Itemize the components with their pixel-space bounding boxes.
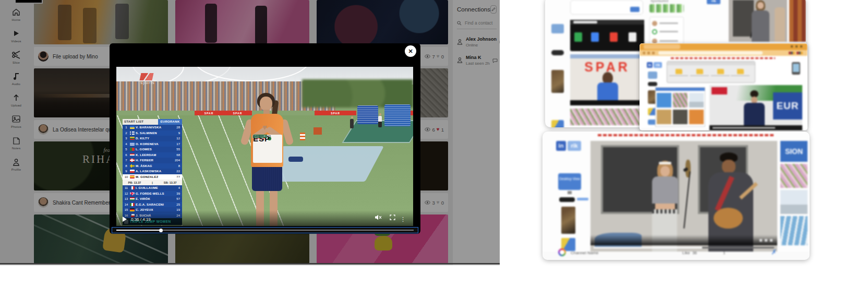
broadcaster-logo: sports (140, 73, 155, 85)
start-list-row: 10 M. GONZALEZ 77 (123, 174, 182, 180)
play-button[interactable] (123, 217, 127, 222)
official-figure (378, 116, 382, 127)
progress-scrubber[interactable] (159, 229, 163, 232)
doorway-photo-strip (789, 0, 806, 42)
flag-icon (130, 142, 135, 146)
flag-icon (130, 153, 135, 157)
rik-logo: rik (654, 62, 662, 68)
flowers-thumb (570, 109, 644, 125)
url-bar (658, 51, 763, 55)
start-list-row: 6 K. LEERDAM 68 (123, 152, 182, 158)
channel-name: Channel Name (571, 251, 598, 255)
microphone (683, 171, 690, 229)
browser-toolbar (640, 50, 807, 56)
flag-icon (130, 137, 135, 140)
street-singer-photo (729, 0, 787, 42)
start-list-row: 5 L. GOMES 55 (123, 147, 182, 152)
toolbar-icons (789, 52, 804, 54)
flowers-thumb (780, 164, 807, 188)
nav-buttons (643, 52, 655, 54)
winter-thumb (780, 190, 807, 214)
video-progress-bar[interactable] (112, 227, 418, 233)
trees (302, 79, 413, 108)
flag-icon (130, 175, 135, 178)
fullscreen-icon[interactable] (390, 213, 395, 222)
eur-lettering: EUR (773, 92, 802, 120)
like-control: Like 36 (682, 251, 697, 255)
eurorank-header: EURORANK (158, 119, 182, 125)
start-list-header: START LIST (123, 119, 158, 125)
flag-icon (130, 159, 135, 162)
guitar (714, 208, 743, 229)
flag-icon (130, 203, 135, 206)
start-list-row: 8 M. ÅSKAG 8 (123, 163, 182, 169)
pb-sb-row: PB: 13.37 | SB: 13.37 (123, 180, 182, 185)
start-list-row: 9 A. LASKOWSKA 22 (123, 169, 182, 174)
sea-thumb (780, 216, 807, 245)
start-list-row: 7 H. FERBER 204 (123, 158, 182, 163)
sion-thumb: SION (780, 141, 807, 162)
video-progress-fill (116, 230, 161, 231)
start-list-row: 12 G. FORDE-WELLS 39 (123, 191, 182, 197)
start-list-row: 11 I. GUILLAUME 4 (123, 185, 182, 191)
flag-icon (130, 132, 135, 135)
video-controls-bar: 0:36 / 4:19 ⋮ (116, 210, 413, 226)
official-figure (350, 119, 354, 128)
progress-bar (594, 247, 774, 248)
heart-hands: ♥ (262, 123, 267, 131)
flag-icon (130, 148, 135, 151)
start-list-row: 4 O. KORENEVA 17 (123, 141, 182, 147)
view-count: 1 (723, 251, 725, 255)
flag-icon (130, 164, 135, 168)
video-meta-bar: Channel Name Like 36 1 ✗ (542, 252, 810, 260)
file-manager-window (667, 61, 755, 83)
photo-grid-panel (655, 87, 705, 127)
video-player-modal: ✕ SPARSPAR SPAR SPAR (110, 43, 420, 234)
channel-avatar (558, 248, 566, 256)
camera-label (577, 198, 588, 200)
flag-icon (130, 126, 135, 129)
start-list-rows-top: 1 V. BARANIVSKA 28 2 S. SALMINEN 9 (123, 125, 182, 180)
window-buttons (791, 45, 804, 47)
spar-ad-board: SPAR (315, 111, 356, 115)
browser-title-bar (640, 43, 807, 50)
start-list-overlay: START LIST EURORANK 1 V. BARANIVSKA 28 (123, 119, 182, 225)
progress-track (116, 230, 414, 231)
street-music-video (590, 141, 777, 252)
annotation-text-line (671, 57, 775, 59)
athlete-figure: ♥ SPAR ESP I RUN CLEAN MADRID 2025 (236, 93, 299, 226)
video-frame[interactable]: SPARSPAR SPAR SPAR sports (116, 67, 413, 226)
start-list-row: 14 E.G.A. SARACENI 25 (123, 202, 182, 208)
eur-video-panel: EUR (709, 85, 802, 130)
flag-icon (130, 197, 135, 200)
file-window (570, 20, 644, 51)
rik-logo-tag: rik (707, 0, 720, 4)
rik-logo: rik (568, 141, 581, 151)
compose-box (570, 0, 643, 15)
marker-cone (300, 133, 305, 140)
close-button[interactable]: ✕ (405, 45, 416, 57)
mini-photo-thumb (551, 120, 564, 127)
flag-icon (130, 170, 135, 173)
browser-window-screenshot: in rik (640, 43, 807, 130)
mini-portrait-thumb (551, 70, 564, 93)
camera-toggle (559, 197, 575, 202)
video-controls (590, 235, 777, 245)
start-list-row: 1 V. BARANIVSKA 28 (123, 125, 182, 130)
flag-icon (130, 186, 135, 189)
media-app-window: Home Videos Slice Audio Upload Photos (0, 0, 500, 265)
start-list-row: 2 S. SALMINEN 9 (123, 130, 182, 136)
spar-video-thumb: SPAR (570, 54, 644, 105)
scribble: ✗ (770, 248, 777, 256)
annotation-text-line (598, 134, 775, 136)
start-list-row: 13 E. VIRÓK 57 (123, 196, 182, 202)
athlete-bib: SPAR ESP I RUN CLEAN MADRID 2025 (253, 135, 282, 163)
scoreboard (357, 105, 378, 124)
equipment-box (314, 127, 322, 135)
browser-tab (644, 44, 680, 49)
mini-camera-icon (648, 82, 657, 86)
kebab-menu-icon[interactable]: ⋮ (400, 216, 406, 223)
reference-screenshot-collage: SPAR Sponsored rik (518, 0, 868, 286)
mute-icon[interactable] (375, 213, 382, 222)
screenshot-root: Home Videos Slice Audio Upload Photos (0, 0, 868, 286)
